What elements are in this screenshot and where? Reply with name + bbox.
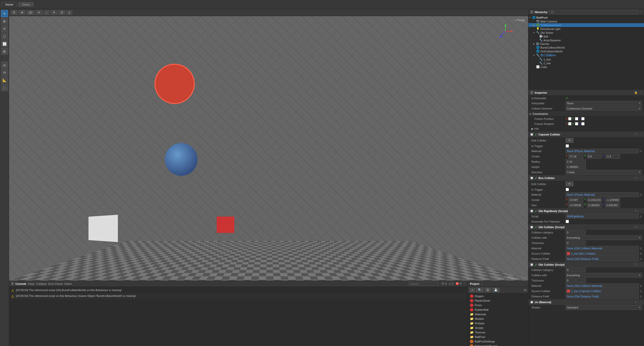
toolbar-btn-audio[interactable]: ♪ [44,10,50,15]
thickness-col1[interactable] [566,241,586,245]
height-cap[interactable] [566,165,586,169]
obi-rb-more-btn[interactable]: ⋮ [640,210,642,213]
ref-sourcecollider-col1[interactable]: 1_low (Box Collider) [566,251,639,256]
console-error-pause[interactable]: Error Pause [48,282,63,285]
obi-col1-more-btn[interactable]: ⋮ [640,226,642,229]
hier-item-burstcollision[interactable]: 🌐 BurstCollisionWorld [528,46,644,49]
tool-extra2[interactable]: ⟲ [1,69,8,76]
y-center-cap[interactable] [587,154,602,159]
project-item-dragon[interactable]: Dragon [468,294,528,298]
obi-rb-header[interactable]: 🔲 ✔ Obi Rigidbody (Script) ? ↑ ⋮ [528,208,644,214]
tool-extra4[interactable]: ⬚ [1,84,8,91]
obi-col1-help-btn[interactable]: ? [635,226,636,229]
object-red-circle[interactable] [154,64,195,104]
hier-item-1low[interactable]: 🔧 1_low [528,57,644,61]
console-more-btn[interactable]: ⋮ [463,282,466,285]
z-center-box[interactable] [605,198,620,202]
y-size-box[interactable] [587,203,602,207]
distancefield-col2-dot[interactable]: ⊙ [640,295,642,298]
project-more-btn[interactable]: ⋮ [481,282,484,285]
project-filter-btn[interactable]: ☰ [485,288,491,292]
project-item-prism[interactable]: Prism [468,303,528,307]
toolbar-btn-effects[interactable]: ✦ [51,10,57,15]
uv-section-header[interactable]: 🔲 Uv (Material) ? ↑ ⋮ [528,299,644,305]
hier-item-canvas[interactable]: ▶ 🖼 Canvas [528,42,644,46]
project-add-btn[interactable]: + [469,288,475,292]
btn-edit-collider-box[interactable]: ✏ [566,182,573,186]
sourcecollider-col1-dot[interactable]: ⊙ [640,252,642,255]
ref-material-box[interactable]: None (Physic Material) [566,192,639,197]
thickness-col2[interactable] [566,278,586,283]
dropdown-interpolate[interactable]: None ▼ [566,101,642,106]
checkbox-freeze-z-pos[interactable] [581,117,585,120]
hier-item-dirlight[interactable]: 💡 Directional Light [528,27,644,31]
hier-item-testenvironment[interactable]: ▶ 🌿 TestEnvironment [528,23,644,27]
object-blue-sphere[interactable] [165,143,198,176]
project-item-ballpoolsettings[interactable]: BallPoolSettings [468,339,528,344]
toolbar-btn-extras[interactable]: ≡ [66,10,72,15]
obi-col2-settings-btn[interactable]: ↑ [637,263,639,266]
sourcecollider-col2-dot[interactable]: ⊙ [640,290,642,293]
collision-category-col2[interactable] [566,268,586,272]
obi-col2-help-btn[interactable]: ? [635,263,636,266]
x-center-cap[interactable] [568,154,583,159]
btn-edit-collider-cap[interactable]: ✏ [566,138,573,143]
console-msg-2[interactable]: ⚠ [20:58:54] The referenced script on th… [10,294,467,299]
checkbox-freeze-y-rot[interactable] [575,122,578,125]
checkbox-kinematic-particles[interactable] [566,220,569,223]
ref-script-obi-rb[interactable]: ObIRigidbody [566,214,639,219]
hierarchy-search[interactable] [549,10,638,14]
hier-item-cube[interactable]: ⬜ Cube [528,65,644,69]
box-more-btn[interactable]: ⋮ [640,177,642,180]
project-item-rubberball[interactable]: RubberBall [468,307,528,312]
tool-transform[interactable]: ⊞ [1,48,8,55]
dropdown-collisiondetection[interactable]: Continuous Dynamic ▼ [566,106,642,111]
hier-item-actorspawner[interactable]: 🔧 ActorSpawner [528,38,644,42]
console-editor[interactable]: Editor [65,282,72,285]
uv-help-btn[interactable]: ? [635,301,636,304]
material-box-dot[interactable]: ⊙ [640,193,642,196]
tool-hand[interactable]: ✛ [1,10,8,17]
obi-col2-more-btn[interactable]: ⋮ [640,263,642,266]
inspector-lock-btn[interactable]: 🔒 [634,91,638,94]
tab-scene[interactable]: Scene [2,2,17,7]
material-col2-dot[interactable]: ⊙ [640,284,642,288]
inspector-more-btn[interactable]: ⋮ [639,91,642,94]
hier-item-2low[interactable]: 🔧 2_low [528,61,644,65]
hier-item-ballpool[interactable]: ▼ 🌐 BallPool [528,16,644,19]
checkbox-freeze-x-pos[interactable] [568,117,571,120]
project-item-scripts[interactable]: 📁 Scripts [468,326,528,330]
toolbar-btn-move[interactable]: ⊕ [19,10,25,15]
hier-item-onicollision[interactable]: 🌐 OniCollisionWorld [528,49,644,53]
box-settings-btn[interactable]: ↑ [637,177,639,180]
tab-game[interactable]: Game [18,2,34,7]
checkbox-freeze-y-pos[interactable] [575,117,578,120]
project-item-deformablebarrels[interactable]: DeformableBarrels [468,344,528,346]
console-msg-1[interactable]: ⚠ [20:58:54] The referenced script (Obi.… [10,288,467,294]
material-col1-dot[interactable]: ⊙ [640,247,642,250]
checkbox-freeze-z-rot[interactable] [581,122,585,125]
uv-more-btn[interactable]: ⋮ [640,301,642,304]
project-item-materials[interactable]: 📁 Materials [468,312,528,317]
box-help-btn[interactable]: ? [635,177,636,180]
console-search-input[interactable] [408,282,438,286]
toolbar-btn-hand[interactable]: ☰ [11,10,18,15]
box-section-header[interactable]: 🔲 ✔ Box Collider ? ↑ ⋮ [528,175,644,181]
dropdown-collideswith-col1[interactable]: Everything ▼ [566,235,642,240]
capsule-help-btn[interactable]: ? [635,133,636,136]
project-save-btn[interactable]: 💾 [492,288,500,292]
hier-item-obisolver[interactable]: ▼ 🔧 Obi Solver [528,31,644,34]
toolbar-btn-light[interactable]: ☀ [36,10,43,15]
project-item-models[interactable]: 📁 Models [468,317,528,321]
tool-rotate[interactable]: ↺ [1,25,8,32]
tool-move[interactable]: ⊕ [1,18,8,25]
dropdown-collideswith-col2[interactable]: Everything ▼ [566,273,642,278]
project-item-prefabs[interactable]: 📁 Prefabs [468,321,528,326]
z-size-box[interactable] [605,203,620,207]
distancefield-col1-dot[interactable]: ⊙ [640,257,642,261]
project-item-ballpool-folder[interactable]: 📁 BallPool [468,335,528,339]
checkbox-trigger-box[interactable] [566,188,569,191]
z-center-cap[interactable] [605,154,620,159]
object-white-cube[interactable] [88,215,118,242]
tool-scale[interactable]: ⬡ [1,33,8,40]
